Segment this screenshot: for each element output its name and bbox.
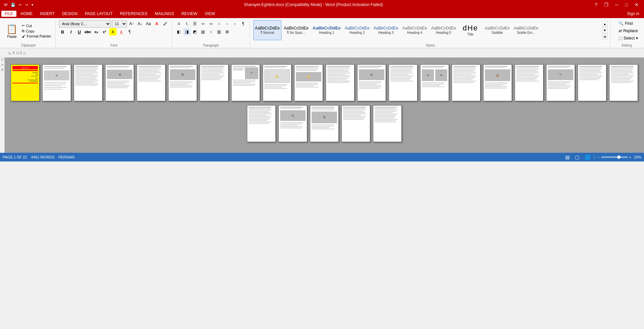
style-title[interactable]: dHe Title bbox=[458, 20, 482, 40]
style-heading4[interactable]: AaBbCcDdEe Heading 4 bbox=[401, 20, 429, 40]
rtl-btn[interactable]: → bbox=[223, 20, 231, 27]
line-spacing-btn[interactable]: ↕ bbox=[207, 28, 215, 36]
align-left-btn[interactable]: ◧ bbox=[175, 28, 183, 36]
strikethrough-btn[interactable]: abc bbox=[84, 28, 91, 36]
page-13[interactable] bbox=[389, 64, 417, 101]
styles-scroll-down[interactable]: ▼ bbox=[602, 27, 607, 33]
justify-btn[interactable]: ▤ bbox=[199, 28, 207, 36]
numbering-btn[interactable]: ⒈ bbox=[183, 20, 191, 27]
save-btn[interactable]: 💾 bbox=[9, 2, 17, 8]
page-4[interactable]: 🏔 bbox=[105, 64, 134, 101]
maximize-btn[interactable]: □ bbox=[623, 1, 631, 8]
style-normal[interactable]: AaBbCcDdEe ¶ Normal bbox=[253, 20, 281, 40]
replace-button[interactable]: ⇄ Replace bbox=[617, 28, 640, 34]
minimize-btn[interactable]: ─ bbox=[613, 1, 621, 8]
styles-scroll-up[interactable]: ▲ bbox=[602, 21, 607, 27]
style-subtle-em[interactable]: AaBbCcDdEe Subtle Em... bbox=[512, 20, 540, 40]
style-heading3[interactable]: AaBbCcDdEe Heading 3 bbox=[372, 20, 400, 40]
page-22-b[interactable]: 🏗 bbox=[310, 105, 339, 142]
page-6[interactable]: 🏗 bbox=[168, 64, 197, 101]
change-case-btn[interactable]: Aa bbox=[145, 20, 152, 27]
paste-button[interactable]: 📋 Paste bbox=[4, 22, 20, 40]
style-no-spacing[interactable]: AaBbCcDdEe ¶ No Spac... bbox=[282, 20, 310, 40]
page-14[interactable]: 🏛 🏛 bbox=[420, 64, 449, 101]
italic-btn[interactable]: I bbox=[67, 28, 75, 36]
font-name-select[interactable]: Arial (Body C... bbox=[59, 20, 111, 27]
font-size-select[interactable]: 11 bbox=[112, 20, 127, 27]
full-reading-btn[interactable]: ▢ bbox=[574, 154, 581, 160]
quick-access-dropdown[interactable]: ▾ bbox=[30, 2, 35, 8]
page-22-d[interactable] bbox=[373, 105, 402, 142]
style-heading5[interactable]: AaBbCcDdEe Heading 5 bbox=[430, 20, 458, 40]
menu-file[interactable]: FILE bbox=[1, 11, 16, 17]
paragraph-mark-btn[interactable]: ¶ bbox=[126, 28, 133, 36]
superscript-btn[interactable]: x² bbox=[101, 28, 108, 36]
decrease-indent-btn[interactable]: ⇦ bbox=[199, 20, 207, 27]
menu-home[interactable]: HOME bbox=[17, 11, 36, 17]
page-7[interactable] bbox=[200, 64, 229, 101]
page-19[interactable] bbox=[578, 64, 606, 101]
zoom-out-btn[interactable]: − bbox=[597, 155, 599, 159]
bullets-btn[interactable]: ≡ bbox=[175, 20, 183, 27]
page-9[interactable]: 📐 bbox=[263, 64, 292, 101]
document-area[interactable]: تحقیق آنلاین نطقهبونهd مایل جامع دانلسود… bbox=[5, 58, 644, 153]
bold-btn[interactable]: B bbox=[59, 28, 66, 36]
menu-mailings[interactable]: MAILINGS bbox=[151, 11, 177, 17]
web-layout-btn[interactable]: 🌐 bbox=[583, 154, 592, 160]
page-15[interactable] bbox=[452, 64, 480, 101]
sign-in[interactable]: Sign in bbox=[624, 11, 643, 17]
page-18[interactable]: ⛩ bbox=[546, 64, 575, 101]
find-button[interactable]: 🔍 Find bbox=[617, 20, 640, 26]
align-right-btn[interactable]: ◩ bbox=[191, 28, 199, 36]
menu-view[interactable]: VIEW bbox=[201, 11, 218, 17]
close-btn[interactable]: ✕ bbox=[632, 1, 641, 8]
select-button[interactable]: ⬚ Select ▾ bbox=[617, 35, 640, 41]
page-17[interactable] bbox=[515, 64, 543, 101]
print-layout-btn[interactable]: ▤ bbox=[564, 154, 571, 160]
page-3[interactable] bbox=[74, 64, 103, 101]
copy-button[interactable]: ⧉ Copy bbox=[20, 28, 53, 34]
shading-btn[interactable]: ▥ bbox=[215, 28, 223, 36]
multilevel-btn[interactable]: ☰ bbox=[191, 20, 199, 27]
text-color-btn[interactable]: A bbox=[153, 20, 160, 27]
help-btn[interactable]: ? bbox=[592, 1, 600, 8]
page-2[interactable]: 🏛 bbox=[42, 64, 71, 101]
styles-more[interactable]: ⊞ bbox=[602, 34, 607, 40]
menu-design[interactable]: DESIGN bbox=[59, 11, 81, 17]
page-16[interactable]: 🕍 bbox=[483, 64, 512, 101]
redo-btn[interactable]: ↪ bbox=[24, 2, 29, 8]
page-11[interactable] bbox=[326, 64, 355, 101]
style-heading2[interactable]: AaBbCcDdEe Heading 2 bbox=[343, 20, 371, 40]
clear-format-btn[interactable]: 🖉 bbox=[162, 20, 169, 27]
page-10[interactable]: 🕌 bbox=[294, 64, 323, 101]
borders-btn[interactable]: ⊞ bbox=[223, 28, 231, 36]
style-heading1[interactable]: AaBbCcDdEe Heading 1 bbox=[311, 20, 342, 40]
zoom-in-btn[interactable]: + bbox=[629, 155, 631, 159]
font-color-btn[interactable]: A bbox=[118, 28, 125, 36]
page-22-c[interactable] bbox=[341, 105, 370, 142]
page-22-a[interactable]: 🏛 bbox=[278, 105, 307, 142]
page-21[interactable] bbox=[247, 105, 276, 142]
increase-indent-btn[interactable]: ⇨ bbox=[207, 20, 215, 27]
page-12[interactable]: 🏛 bbox=[357, 64, 386, 101]
grow-font-btn[interactable]: A↑ bbox=[128, 20, 135, 27]
menu-page-layout[interactable]: PAGE LAYOUT bbox=[81, 11, 116, 17]
page-8[interactable]: ⛩ bbox=[231, 64, 260, 101]
sort-btn[interactable]: ↕ bbox=[215, 20, 223, 27]
menu-insert[interactable]: INSERT bbox=[37, 11, 58, 17]
zoom-slider[interactable] bbox=[601, 156, 628, 158]
undo-btn[interactable]: ↩ bbox=[17, 2, 23, 8]
page-1[interactable]: تحقیق آنلاین نطقهبونهd مایل جامع دانلسود… bbox=[11, 64, 40, 101]
menu-review[interactable]: REVIEW bbox=[178, 11, 200, 17]
show-hide-btn[interactable]: ¶ bbox=[240, 20, 247, 27]
format-painter-button[interactable]: 🖌 Format Painter bbox=[20, 34, 53, 39]
page-5[interactable] bbox=[137, 64, 166, 101]
underline-btn[interactable]: U bbox=[76, 28, 83, 36]
ltr-btn[interactable]: ← bbox=[232, 20, 239, 27]
page-20[interactable] bbox=[609, 64, 638, 101]
text-highlight-btn[interactable]: A bbox=[109, 28, 117, 36]
shrink-font-btn[interactable]: A↓ bbox=[136, 20, 144, 27]
align-center-btn[interactable]: ◨ bbox=[183, 28, 191, 36]
restore-btn[interactable]: ❐ bbox=[601, 1, 611, 8]
style-subtitle[interactable]: AaBbCcDdEe Subtitle bbox=[483, 20, 511, 40]
